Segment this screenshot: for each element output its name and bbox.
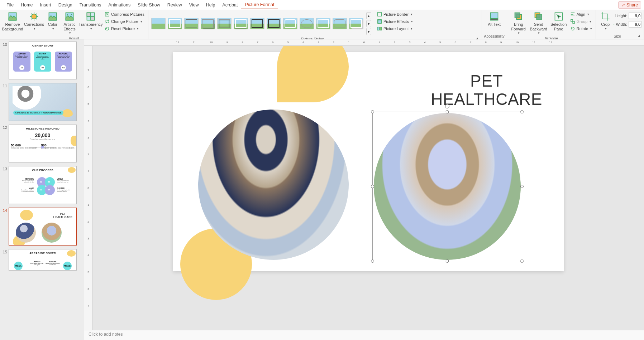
slide-thumb-14[interactable]: PETHEALTHCARE — [9, 208, 77, 246]
tab-insert[interactable]: Insert — [37, 1, 55, 9]
yellow-shape-1[interactable] — [277, 46, 349, 102]
tab-view[interactable]: View — [186, 1, 202, 9]
vertical-ruler[interactable]: 765432101234567 — [84, 46, 93, 330]
size-dialog-launcher[interactable]: ◢ — [636, 34, 641, 38]
color-label: Color — [48, 22, 57, 27]
thumb12-bigs: Pets we have successfully helped so far — [9, 138, 76, 140]
send-backward-button[interactable]: Send Backward — [529, 11, 549, 36]
change-label: Change Picture — [111, 19, 138, 24]
color-button[interactable]: Color — [45, 11, 60, 31]
compress-pictures-button[interactable]: Compress Pictures — [103, 11, 146, 18]
reset-picture-button[interactable]: Reset Picture — [103, 25, 146, 32]
style-preset-10[interactable] — [300, 18, 314, 29]
change-picture-button[interactable]: Change Picture — [103, 18, 146, 25]
group-button[interactable]: Group — [569, 18, 593, 25]
resize-handle-br[interactable] — [520, 259, 524, 263]
svg-rect-16 — [515, 13, 520, 18]
picture-border-button[interactable]: Picture Border — [376, 11, 414, 18]
picture-effects-button[interactable]: Picture Effects — [376, 18, 414, 25]
tab-home[interactable]: Home — [17, 1, 36, 9]
thumb15-title: AREAS WE COVER — [9, 249, 76, 257]
slide-canvas[interactable]: PET HEALTHCARE — [173, 52, 564, 271]
slide-title[interactable]: PET HEALTHCARE — [431, 72, 542, 108]
compress-icon — [105, 12, 110, 17]
width-input[interactable] — [629, 21, 641, 28]
thumb12-big: 20,000 — [9, 132, 76, 138]
corrections-button[interactable]: Corrections — [24, 11, 44, 31]
notes-pane[interactable]: Click to add notes — [84, 330, 644, 340]
resize-handle-bm[interactable] — [446, 259, 449, 263]
slide-title-line1: PET — [470, 72, 503, 90]
style-preset-12[interactable] — [333, 18, 347, 29]
size-group-label: Size — [598, 34, 636, 39]
thumb-number: 12 — [1, 125, 7, 130]
style-preset-6[interactable] — [234, 18, 248, 29]
thumb14-t2: HEALTHCARE — [53, 215, 72, 219]
thumb13-p2: 02 — [48, 181, 50, 183]
forward-label: Bring Forward — [510, 22, 527, 31]
resize-handle-bl[interactable] — [371, 259, 374, 263]
slide-thumb-13[interactable]: OUR PROCESS 01 02 03 04 MERCURYMercury i… — [9, 166, 77, 204]
svg-rect-5 — [87, 13, 91, 17]
artistic-effects-button[interactable]: Artistic Effects — [61, 11, 78, 36]
picture-layout-button[interactable]: Picture Layout — [376, 25, 414, 32]
tab-picture-format[interactable]: Picture Format — [241, 1, 278, 9]
picture-left[interactable] — [198, 110, 349, 260]
selection-pane-button[interactable]: Selection Pane — [549, 11, 568, 32]
menu-bar: File Home Insert Design Transitions Anim… — [0, 0, 644, 10]
style-preset-7[interactable] — [250, 18, 264, 29]
alt-text-button[interactable]: Alt Text — [487, 11, 501, 28]
ribbon: Remove Background Corrections Color Arti… — [0, 10, 644, 39]
svg-rect-8 — [378, 13, 382, 16]
resize-handle-tr[interactable] — [520, 110, 524, 113]
style-preset-1[interactable] — [151, 18, 166, 29]
horizontal-ruler[interactable]: 1211109876543210123456789101112 — [84, 39, 644, 46]
tab-acrobat[interactable]: Acrobat — [219, 1, 241, 9]
thumb10-c1-num: 01 — [19, 65, 24, 70]
layout-icon — [377, 26, 382, 31]
gallery-scroll-up[interactable]: ▴ — [366, 12, 371, 19]
tab-help[interactable]: Help — [202, 1, 219, 9]
bring-forward-button[interactable]: Bring Forward — [509, 11, 528, 36]
gallery-more[interactable]: ▾ — [366, 28, 371, 35]
transparency-button[interactable]: Transparency — [79, 11, 102, 31]
style-preset-8[interactable] — [267, 18, 281, 29]
tab-slideshow[interactable]: Slide Show — [134, 1, 164, 9]
style-preset-3[interactable] — [184, 18, 199, 29]
style-preset-5[interactable] — [217, 18, 232, 29]
tab-transitions[interactable]: Transitions — [76, 1, 105, 9]
thumb13-p3: 03 — [40, 189, 42, 191]
resize-handle-tm[interactable] — [446, 110, 449, 113]
slide-thumb-11[interactable]: A PICTURE IS WORTH A THOUSAND WORDS — [9, 83, 77, 121]
gallery-scroll-down[interactable]: ▾ — [366, 20, 371, 27]
tab-review[interactable]: Review — [164, 1, 186, 9]
remove-bg-label: Remove Background — [2, 22, 23, 31]
slide-thumb-10[interactable]: A BRIEF STORY JUPITERIt's the biggest pl… — [9, 42, 77, 79]
slide-thumb-12[interactable]: MILESTONES REACHED 20,000 Pets we have s… — [9, 125, 77, 162]
resize-handle-mr[interactable] — [520, 185, 524, 188]
remove-background-button[interactable]: Remove Background — [2, 11, 23, 32]
rotate-button[interactable]: Rotate — [569, 25, 593, 32]
rotate-handle[interactable] — [445, 104, 449, 108]
tab-animations[interactable]: Animations — [105, 1, 134, 9]
resize-handle-ml[interactable] — [371, 185, 374, 188]
share-button[interactable]: ↗Share — [618, 1, 641, 9]
style-preset-4[interactable] — [201, 18, 215, 29]
slide-canvas-viewport[interactable]: PET HEALTHCARE — [93, 46, 644, 330]
tab-design[interactable]: Design — [55, 1, 76, 9]
crop-button[interactable]: Crop — [598, 11, 612, 31]
style-preset-9[interactable] — [283, 18, 297, 29]
height-input[interactable] — [629, 13, 641, 19]
align-button[interactable]: Align — [569, 11, 593, 18]
resize-handle-tl[interactable] — [371, 110, 374, 113]
slide-thumbnail-panel[interactable]: 10 A BRIEF STORY JUPITERIt's the biggest… — [0, 39, 84, 340]
style-gallery[interactable]: ▴ ▾ ▾ — [151, 11, 372, 37]
style-preset-2[interactable] — [168, 18, 182, 29]
tab-file[interactable]: File — [3, 1, 17, 9]
slide-thumb-15[interactable]: AREAS WE COVER AREA A AREA B JUPITERIt's… — [9, 249, 77, 271]
style-preset-13[interactable] — [349, 18, 363, 29]
thumb15-ns: Neptune is the farthest planet from the … — [46, 263, 60, 266]
style-preset-11[interactable] — [316, 18, 330, 29]
corrections-icon — [29, 11, 39, 21]
thumb11-caption: A PICTURE IS WORTH A THOUSAND WORDS — [13, 111, 63, 115]
